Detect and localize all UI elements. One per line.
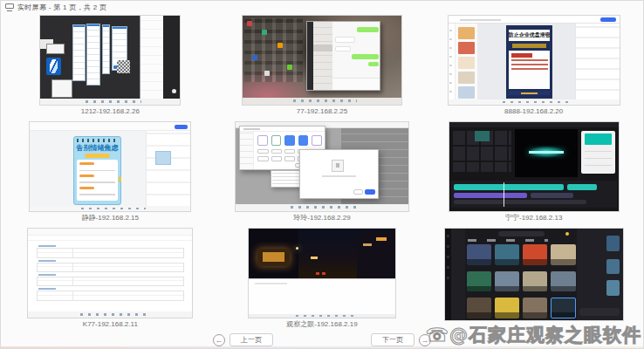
- screen-thumbnail-8[interactable]: [248, 228, 396, 318]
- template-card: [467, 271, 491, 292]
- template-card: [495, 298, 519, 318]
- document-table: [37, 263, 184, 272]
- template-icon-selected: [284, 135, 295, 146]
- screen-thumbnail-6[interactable]: [449, 121, 620, 212]
- remote-small-window: [46, 44, 65, 54]
- document-table: [37, 248, 184, 257]
- monitor-icon-base: [7, 10, 12, 11]
- screen-cell-2: 77-192.168.2.25: [216, 13, 428, 120]
- chat-sidebar-rail: [307, 22, 314, 90]
- editor-toolbar-text: [460, 19, 501, 21]
- document-table: [37, 277, 184, 286]
- next-page-label[interactable]: 下一页: [371, 333, 414, 346]
- screen-thumbnail-9[interactable]: [444, 228, 624, 321]
- grid-icon: [271, 156, 282, 161]
- poster-body: [77, 160, 118, 201]
- image-placeholder: [332, 160, 344, 172]
- screen-thumbnail-2[interactable]: [242, 15, 402, 106]
- desktop-icon: [247, 21, 252, 26]
- insert-dialog: [299, 149, 379, 199]
- document-table: [37, 291, 184, 300]
- remote-side-panel: [140, 16, 163, 99]
- remote-taskbar: [249, 314, 395, 318]
- neon-light-bar: [529, 151, 564, 154]
- properties-panel: [575, 24, 620, 99]
- editor-primary-button: [600, 17, 616, 22]
- car-taillights: [316, 272, 319, 275]
- chat-bubble-received: [335, 46, 351, 51]
- template-icon: [257, 135, 268, 146]
- remote-dark-area: [163, 16, 180, 99]
- placeholder-caption-line: [322, 175, 356, 177]
- video-preview: [515, 129, 578, 177]
- chat-input-area: [332, 78, 380, 90]
- chat-window: [306, 21, 381, 91]
- template-card-grid: [467, 244, 575, 318]
- remote-taskbar: [30, 206, 190, 211]
- chat-bubble-sent: [357, 27, 379, 32]
- remote-taskbar: [449, 99, 620, 105]
- screen-thumbnail-5[interactable]: [235, 121, 409, 212]
- poster-body: [509, 51, 550, 88]
- chat-bubble-received: [335, 37, 355, 43]
- poster-footer-bar: [509, 91, 550, 95]
- screen-cell-9: [428, 226, 640, 332]
- floating-panel: [581, 131, 615, 174]
- remote-dialog: [102, 24, 111, 74]
- screen-caption: 静静-192.168.2.15: [82, 214, 139, 222]
- prev-page-label[interactable]: 上一页: [230, 333, 273, 346]
- media-tile: [475, 131, 490, 141]
- timeline-playhead: [504, 182, 504, 207]
- dialog-template-icons: [257, 135, 322, 146]
- screen-cell-1: 1212-192.168.2.26: [4, 13, 216, 120]
- template-item: [458, 57, 474, 69]
- next-page-button[interactable]: 下一页 →: [371, 333, 431, 346]
- desktop-icon: [277, 43, 283, 48]
- timeline-clip-dark: [531, 193, 573, 198]
- desktop-icon: [262, 30, 267, 35]
- screen-caption: 宁宁-192.168.2.13: [505, 214, 562, 222]
- poster-ribbon: [85, 154, 111, 158]
- night-street-photo: [249, 229, 395, 278]
- poster-text-lines: [511, 59, 548, 70]
- title-bar: 实时屏幕 - 第 1 页，共 2 页: [1, 1, 643, 13]
- template-card: [523, 298, 547, 318]
- lit-window: [376, 237, 387, 240]
- arrow-left-icon[interactable]: ←: [213, 334, 225, 346]
- poster-canvas: 防止企业优盘泄密: [506, 25, 552, 99]
- template-card: [523, 271, 547, 292]
- avatar-dot: [565, 232, 569, 236]
- remote-taskbar: [236, 204, 408, 211]
- poster-section-header: [511, 53, 532, 58]
- screen-thumbnail-1[interactable]: [39, 15, 181, 106]
- app-nav-rail: [451, 229, 465, 320]
- poster-text-lines: [79, 167, 115, 172]
- remote-dialog: [72, 24, 85, 81]
- poster-text-lines: [79, 179, 115, 184]
- editor-primary-button: [175, 125, 188, 129]
- editor-topbar: [449, 122, 619, 127]
- poster-title: 告别情绪焦虑: [74, 143, 120, 153]
- screen-thumbnail-4[interactable]: 告别情绪焦虑: [29, 121, 191, 212]
- screen-caption: K77-192.168.2.11: [83, 320, 138, 329]
- editor-icon-rail: [449, 24, 456, 99]
- template-item: [458, 42, 474, 54]
- screen-caption: 玲玲-192.168.2.29: [293, 214, 350, 222]
- grid-icon: [257, 149, 268, 154]
- remote-dialog: [86, 24, 100, 85]
- screen-caption: 77-192.168.2.25: [297, 107, 347, 116]
- template-card: [495, 244, 519, 265]
- page-title: 实时屏幕 - 第 1 页，共 2 页: [17, 3, 106, 12]
- editor-toolbar: [30, 122, 190, 131]
- screen-thumbnail-3[interactable]: 防止企业优盘泄密: [448, 15, 620, 106]
- cancel-button-remote: [353, 189, 364, 195]
- grid-icon: [284, 156, 295, 161]
- template-icon: [271, 135, 282, 146]
- chat-message-area: [332, 22, 380, 78]
- document-toolbar-row2: [28, 236, 192, 241]
- chat-contact-list: [313, 22, 332, 90]
- dialog-nav-list: [240, 132, 254, 169]
- prev-page-button[interactable]: ← 上一页: [213, 333, 273, 346]
- comment-input: [579, 308, 620, 315]
- screen-thumbnail-7[interactable]: [27, 228, 193, 318]
